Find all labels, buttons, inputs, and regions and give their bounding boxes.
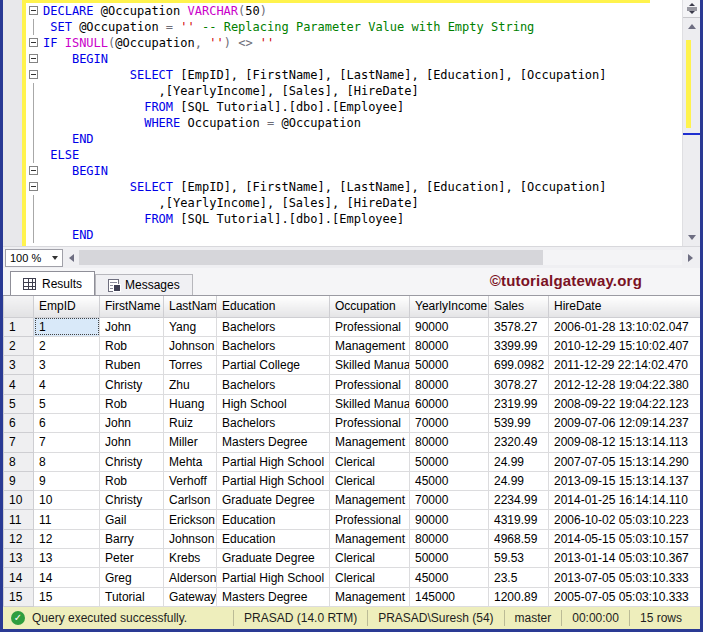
grid-cell[interactable]: Torres (164, 356, 217, 375)
editor-vertical-scrollbar[interactable] (682, 0, 700, 246)
editor-splitter-handle[interactable] (683, 0, 700, 18)
grid-cell[interactable]: Clerical (330, 568, 410, 587)
grid-cell[interactable]: 70000 (410, 491, 489, 510)
grid-cell[interactable]: Skilled Manual (330, 394, 410, 413)
grid-cell[interactable]: Carlson (164, 491, 217, 510)
grid-cell[interactable]: Bachelors (217, 317, 330, 336)
grid-cell[interactable]: Education (217, 529, 330, 548)
grid-cell[interactable]: Krebs (164, 549, 217, 568)
fold-collapse-box[interactable] (26, 67, 43, 83)
grid-cell[interactable]: Management (330, 336, 410, 355)
grid-cell[interactable]: 2007-07-05 15:13:14.290 (549, 452, 701, 471)
grid-cell[interactable]: Johnson (164, 336, 217, 355)
grid-cell[interactable]: Partial High School (217, 471, 330, 490)
zoom-level-combobox[interactable]: 100 % (5, 249, 63, 267)
grid-cell[interactable]: 80000 (410, 529, 489, 548)
grid-cell[interactable]: 2319.99 (489, 394, 549, 413)
row-header[interactable]: 14 (4, 568, 34, 587)
grid-cell[interactable]: 3 (34, 356, 100, 375)
tab-results[interactable]: Results (10, 271, 95, 295)
grid-cell[interactable]: 2005-07-05 05:03:10.333 (549, 587, 701, 606)
grid-cell[interactable]: 6 (34, 413, 100, 432)
grid-cell[interactable]: Clerical (330, 471, 410, 490)
grid-cell[interactable]: John (100, 317, 164, 336)
grid-cell[interactable]: 2013-01-14 05:03:10.367 (549, 549, 701, 568)
grid-cell[interactable]: Bachelors (217, 336, 330, 355)
column-header[interactable]: FirstName (100, 296, 164, 317)
grid-cell[interactable]: 2013-07-05 05:03:10.333 (549, 568, 701, 587)
grid-cell[interactable]: Management (330, 529, 410, 548)
grid-cell[interactable]: Gail (100, 510, 164, 529)
grid-cell[interactable]: 2320.49 (489, 433, 549, 452)
grid-cell[interactable]: Rob (100, 336, 164, 355)
grid-cell[interactable]: Christy (100, 375, 164, 394)
column-header[interactable]: Sales (489, 296, 549, 317)
row-header[interactable]: 2 (4, 336, 34, 355)
fold-collapse-box[interactable] (26, 163, 43, 179)
grid-cell[interactable]: Masters Degree (217, 433, 330, 452)
grid-cell[interactable]: 4968.59 (489, 529, 549, 548)
grid-cell[interactable]: Ruben (100, 356, 164, 375)
grid-cell[interactable]: Education (217, 510, 330, 529)
grid-cell[interactable]: 699.0982 (489, 356, 549, 375)
grid-corner-cell[interactable] (4, 296, 34, 317)
grid-cell[interactable]: 3078.27 (489, 375, 549, 394)
grid-cell[interactable]: Christy (100, 491, 164, 510)
row-header[interactable]: 1 (4, 317, 34, 336)
grid-cell[interactable]: Greg (100, 568, 164, 587)
scroll-up-button[interactable] (683, 18, 700, 34)
grid-cell[interactable]: 45000 (410, 568, 489, 587)
grid-cell[interactable]: 14 (34, 568, 100, 587)
grid-cell[interactable]: 80000 (410, 433, 489, 452)
grid-cell[interactable]: Professional (330, 375, 410, 394)
grid-cell[interactable]: High School (217, 394, 330, 413)
grid-cell[interactable]: John (100, 433, 164, 452)
grid-cell[interactable]: Yang (164, 317, 217, 336)
query-editor[interactable]: DECLARE @Occupation VARCHAR(50) SET @Occ… (3, 0, 700, 246)
grid-cell[interactable]: 2013-09-15 15:13:14.137 (549, 471, 701, 490)
grid-cell[interactable]: Zhu (164, 375, 217, 394)
grid-cell[interactable]: Rob (100, 394, 164, 413)
grid-cell[interactable]: Management (330, 491, 410, 510)
grid-cell[interactable]: 9 (34, 471, 100, 490)
grid-cell[interactable]: 13 (34, 549, 100, 568)
grid-cell[interactable]: 70000 (410, 413, 489, 432)
horizontal-scrollbar-thumb[interactable] (79, 250, 543, 265)
grid-cell[interactable]: Rob (100, 471, 164, 490)
grid-cell[interactable]: 1 (34, 317, 100, 336)
row-header[interactable]: 3 (4, 356, 34, 375)
grid-cell[interactable]: 45000 (410, 471, 489, 490)
row-header[interactable]: 9 (4, 471, 34, 490)
grid-cell[interactable]: 4319.99 (489, 510, 549, 529)
row-header[interactable]: 5 (4, 394, 34, 413)
grid-cell[interactable]: 2014-05-15 05:03:10.157 (549, 529, 701, 548)
grid-cell[interactable]: 5 (34, 394, 100, 413)
grid-cell[interactable]: 2012-12-28 19:04:22.380 (549, 375, 701, 394)
row-header[interactable]: 13 (4, 549, 34, 568)
grid-cell[interactable]: 2008-09-22 19:04:22.123 (549, 394, 701, 413)
grid-cell[interactable]: Peter (100, 549, 164, 568)
grid-cell[interactable]: 2011-12-29 22:14:02.470 (549, 356, 701, 375)
grid-cell[interactable]: 2006-01-28 13:10:02.047 (549, 317, 701, 336)
grid-cell[interactable]: Johnson (164, 529, 217, 548)
fold-collapse-box[interactable] (26, 179, 43, 195)
fold-collapse-box[interactable] (26, 35, 43, 51)
row-header[interactable]: 12 (4, 529, 34, 548)
horizontal-scrollbar[interactable] (79, 250, 682, 265)
grid-cell[interactable]: Professional (330, 317, 410, 336)
grid-cell[interactable]: 11 (34, 510, 100, 529)
grid-cell[interactable]: Clerical (330, 452, 410, 471)
scroll-right-button[interactable] (682, 250, 698, 266)
grid-cell[interactable]: Christy (100, 452, 164, 471)
row-header[interactable]: 8 (4, 452, 34, 471)
grid-cell[interactable]: 90000 (410, 317, 489, 336)
grid-cell[interactable]: Skilled Manual (330, 356, 410, 375)
grid-cell[interactable]: Tutorial (100, 587, 164, 606)
grid-cell[interactable]: Partial College (217, 356, 330, 375)
grid-cell[interactable]: 8 (34, 452, 100, 471)
grid-cell[interactable]: Masters Degree (217, 587, 330, 606)
grid-cell[interactable]: 24.99 (489, 471, 549, 490)
grid-cell[interactable]: Ruiz (164, 413, 217, 432)
fold-collapse-box[interactable] (26, 3, 43, 19)
grid-cell[interactable]: 3578.27 (489, 317, 549, 336)
